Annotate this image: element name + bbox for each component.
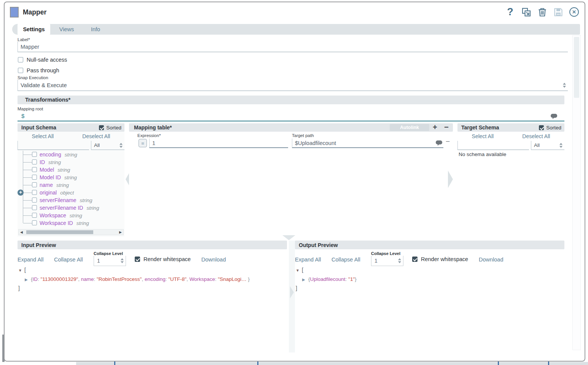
schema-item-name[interactable]: serverFilename — [40, 197, 76, 203]
output-preview-collapse-level-label: Collapse Level — [371, 251, 400, 256]
mapping-root-input[interactable] — [18, 111, 564, 121]
schema-item-name[interactable]: serverFilename ID — [40, 205, 83, 211]
add-mapping-row-button[interactable]: + — [433, 123, 437, 132]
schema-item-checkbox[interactable] — [32, 190, 37, 195]
input-schema-scope-select[interactable]: All — [91, 141, 124, 150]
render-whitespace-checkbox[interactable] — [135, 257, 140, 262]
expand-node-icon[interactable]: ▶ — [302, 275, 308, 284]
tab-info[interactable]: Info — [83, 24, 108, 35]
schema-item-type: string — [76, 220, 89, 226]
input-preview-collapse-all[interactable]: Collapse All — [54, 257, 83, 263]
target-schema-sorted-checkbox[interactable] — [539, 125, 544, 130]
schema-item-name[interactable]: Workspace — [40, 212, 66, 218]
expression-input[interactable] — [150, 139, 288, 147]
pass-through-row: Pass through — [18, 67, 59, 73]
expression-toggle-button[interactable]: = — [139, 139, 147, 147]
collapse-target-schema-handle[interactable] — [448, 171, 453, 188]
input-preview-download[interactable]: Download — [201, 257, 226, 263]
scope-spinner-icon[interactable] — [559, 143, 563, 148]
input-schema-select-all[interactable]: Select All — [32, 133, 54, 139]
input-preview-collapse-level-spinner — [94, 256, 126, 266]
input-schema-sorted-checkbox[interactable] — [99, 125, 104, 130]
collapse-node-icon[interactable]: ▼ — [18, 266, 24, 275]
collapse-level-spinner-icon[interactable] — [121, 258, 124, 263]
help-icon[interactable]: ? — [505, 7, 515, 17]
select-spinner-icon[interactable] — [563, 83, 566, 88]
json-line: ▶{Uploadfilecount: "1"} — [296, 275, 357, 284]
schema-item-checkbox[interactable] — [32, 205, 37, 210]
target-schema-header: Target Schema Sorted — [457, 123, 564, 132]
collapse-node-icon[interactable]: ▼ — [296, 266, 302, 275]
schema-item-type: string — [86, 205, 99, 211]
dialog-vscrollbar[interactable] — [572, 35, 581, 350]
json-token: ID — [33, 276, 38, 282]
expand-node-icon[interactable]: + — [18, 190, 24, 196]
snap-execution-select[interactable]: Validate & Execute — [18, 80, 568, 91]
expand-node-icon[interactable]: ▶ — [25, 275, 31, 284]
schema-item-checkbox[interactable] — [32, 182, 37, 187]
output-preview-expand-all[interactable]: Expand All — [295, 257, 321, 263]
target-schema-scope-select[interactable]: All — [531, 141, 564, 150]
schema-item-checkbox[interactable] — [32, 213, 37, 218]
scope-spinner-icon[interactable] — [120, 143, 123, 148]
schema-item-name[interactable]: Model ID — [40, 174, 61, 180]
comment-bubble-icon[interactable] — [551, 114, 558, 121]
input-schema-deselect-all[interactable]: Deselect All — [82, 133, 110, 139]
schema-item-checkbox[interactable] — [32, 220, 37, 225]
output-preview-download[interactable]: Download — [479, 257, 504, 263]
scroll-left-icon[interactable]: ◀ — [20, 230, 23, 234]
input-schema-filter-input[interactable] — [18, 141, 89, 150]
target-path-comment-icon[interactable] — [436, 140, 443, 148]
hscroll-thumb[interactable] — [26, 230, 93, 234]
delete-snap-icon[interactable] — [537, 7, 547, 17]
schema-item-name[interactable]: original — [40, 190, 57, 196]
remove-mapping-rows-button[interactable]: − — [444, 123, 449, 132]
null-safe-access-checkbox[interactable] — [18, 57, 23, 62]
schema-item-name[interactable]: ID — [40, 159, 45, 165]
collapse-previews-handle[interactable] — [282, 235, 295, 240]
expression-label: Expression* — [137, 133, 161, 138]
schema-item-checkbox[interactable] — [32, 159, 37, 164]
schema-item: encodingstring — [18, 151, 124, 158]
tab-views[interactable]: Views — [52, 24, 81, 35]
remove-row-icon[interactable]: − — [446, 137, 450, 146]
input-preview-expand-all[interactable]: Expand All — [18, 257, 44, 263]
json-token: "1" — [348, 276, 355, 282]
schema-item-checkbox[interactable] — [32, 198, 37, 202]
autolink-button[interactable]: Autolink — [390, 124, 429, 131]
vscroll-thumb[interactable] — [574, 37, 579, 98]
schema-item: IDstring — [18, 158, 124, 166]
label-input[interactable] — [18, 41, 568, 52]
schema-item-name[interactable]: encoding — [40, 151, 61, 158]
schema-item-checkbox[interactable] — [32, 167, 37, 172]
collapse-level-spinner-icon[interactable] — [398, 258, 401, 263]
schema-item-name[interactable]: Workspace ID — [40, 220, 73, 226]
json-token: } — [355, 276, 357, 282]
collapse-level-input[interactable] — [371, 256, 394, 266]
target-schema-empty-message: No schema available — [459, 151, 506, 157]
input-schema-hscrollbar[interactable]: ◀ ▶ — [18, 229, 124, 235]
output-preview-collapse-all[interactable]: Collapse All — [331, 257, 360, 263]
target-schema-filter-input[interactable] — [458, 141, 529, 150]
schema-item-checkbox[interactable] — [32, 152, 37, 157]
background-pipeline-mark — [114, 362, 115, 365]
export-snap-icon[interactable] — [521, 7, 531, 17]
save-icon[interactable] — [553, 7, 563, 17]
tab-settings[interactable]: Settings — [18, 24, 50, 35]
close-icon[interactable]: ✕ — [569, 7, 579, 17]
schema-item-type: string — [64, 175, 77, 180]
schema-item-name[interactable]: Model — [40, 167, 54, 173]
target-schema-deselect-all[interactable]: Deselect All — [522, 133, 550, 139]
dialog-title: Mapper — [23, 8, 46, 16]
pass-through-checkbox[interactable] — [18, 68, 23, 73]
collapse-output-preview-handle[interactable] — [290, 286, 294, 298]
schema-item-checkbox[interactable] — [32, 175, 37, 180]
render-whitespace-checkbox[interactable] — [412, 257, 417, 262]
json-token: } — [247, 276, 250, 282]
collapse-level-input[interactable] — [94, 256, 117, 266]
target-path-input[interactable] — [292, 139, 443, 147]
scroll-right-icon[interactable]: ▶ — [119, 230, 122, 234]
output-preview-title: Output Preview — [295, 242, 338, 248]
target-schema-select-all[interactable]: Select All — [472, 133, 494, 139]
schema-item-name[interactable]: name — [40, 182, 53, 188]
